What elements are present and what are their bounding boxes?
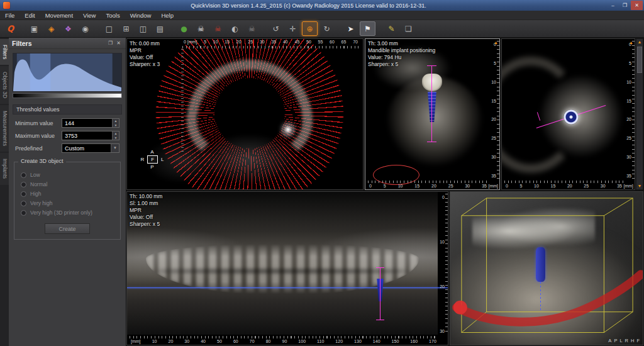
ruler-label: 45	[294, 40, 299, 48]
minimum-value-input[interactable]	[62, 118, 119, 128]
overlay-line: Mandible implant positioning	[368, 47, 435, 54]
palette-button[interactable]: ❖	[60, 21, 76, 36]
menu-item[interactable]: Edit	[19, 11, 40, 20]
ruler-label: 60	[233, 339, 238, 343]
implant-ring-graphic	[564, 109, 579, 125]
ruler-label: 35	[617, 184, 622, 188]
minimum-value-stepper[interactable]: ▲ ▼	[112, 119, 119, 127]
maximize-button[interactable]: ❐	[619, 1, 631, 10]
tool-icon: ⊕	[306, 25, 313, 33]
contrast-button[interactable]: ◐	[227, 21, 243, 36]
orientation-letters: APLRHF	[608, 338, 640, 343]
quality-option-label: Very high (3D printer only)	[30, 209, 92, 216]
tab-measurements[interactable]: Measurements	[0, 105, 9, 152]
soft-tissue-3d-button[interactable]: ●	[176, 21, 192, 36]
patient-export-button[interactable]: ▣	[26, 21, 42, 36]
layout-panoramic-button[interactable]: ▤	[152, 21, 168, 36]
scroll-up-icon[interactable]: ▲	[629, 40, 633, 45]
ruler-label: 70	[353, 40, 358, 48]
ruler-label: 70	[250, 339, 255, 343]
axis-tick	[427, 142, 436, 142]
ruler-label: 10	[152, 339, 157, 343]
tab-implants[interactable]: Implants	[0, 153, 9, 184]
quality-option[interactable]: Very high (3D printer only)	[21, 209, 114, 216]
viewport-3d[interactable]: APLRHF	[450, 191, 643, 345]
tab-filters[interactable]: Filters	[0, 39, 9, 65]
overlay-line: Th: 10.00 mm	[130, 193, 162, 200]
tool-icon: ⚑	[364, 25, 371, 33]
tool-icon: ☠	[248, 25, 255, 33]
menu-item[interactable]: Tools	[101, 11, 125, 20]
rotate-tool-button[interactable]: ↻	[319, 21, 335, 36]
pan-tool-button[interactable]: ✛	[285, 21, 301, 36]
menu-item[interactable]: Window	[125, 11, 157, 20]
ruler-label: 150	[392, 339, 399, 343]
ruler-label: 10	[491, 80, 496, 84]
bone-3d-button[interactable]: ☠	[193, 21, 209, 36]
overlay-line: MPR	[130, 207, 162, 214]
ruler-label: 25	[491, 136, 496, 140]
ruler-label: 20	[626, 117, 631, 121]
viewport-panoramic[interactable]: Th: 10.00 mmSl: 1.00 mmMPRValue: OffShar…	[126, 191, 448, 345]
owandy-logo-button[interactable]: Q	[3, 21, 18, 36]
quality-option[interactable]: High	[21, 191, 114, 197]
measure-button[interactable]: ✎	[384, 21, 399, 36]
orientation-anterior: A	[150, 149, 153, 155]
menu-item[interactable]: Movement	[40, 11, 78, 20]
scroll-up-icon[interactable]: ▲	[494, 40, 498, 45]
spin-down-icon[interactable]: ▼	[113, 123, 119, 128]
tool-icon: □	[106, 25, 113, 33]
scrollbar-vertical[interactable]: ▲ ▼	[636, 38, 643, 190]
overlay-line: Th: 3.00 mm	[368, 40, 435, 47]
viewport-cross-section[interactable]: Th: 3.00 mmMandible implant positioningV…	[365, 38, 500, 190]
layout-grid-button[interactable]: ⊞	[118, 21, 134, 36]
ruler-label: 90	[282, 339, 287, 343]
scroll-up-icon[interactable]: ▲	[636, 39, 643, 45]
float-panel-icon[interactable]: ❐	[106, 40, 114, 46]
panoramic-image	[127, 192, 438, 335]
quality-option[interactable]: Very high	[21, 200, 114, 206]
create-button[interactable]: Create	[45, 223, 90, 234]
quality-option[interactable]: Low	[21, 172, 114, 178]
predefined-select[interactable]: Custom ▼	[62, 143, 119, 153]
quality-options: Low Normal High Very high Very high (3D …	[19, 172, 115, 216]
preview-button[interactable]: ◉	[77, 21, 93, 36]
chevron-down-icon[interactable]: ▼	[111, 144, 119, 152]
radio-icon	[21, 172, 26, 178]
ruler-label: 5	[204, 40, 206, 48]
slice-indicator-line[interactable]	[127, 287, 448, 288]
viewport-cross-section-2[interactable]: ▲ 05101520253035 [mm] 05101520253035	[501, 38, 635, 190]
menu-item[interactable]: View	[78, 11, 101, 20]
zoom-tool-button[interactable]: ⊕	[302, 21, 318, 36]
ruler-label: 170	[429, 339, 436, 343]
scroll-down-icon[interactable]: ▼	[636, 183, 643, 189]
viewport-axial[interactable]: Th: 0.00 mmMPRValue: OffSharpen: x 3 0 […	[126, 38, 364, 190]
muscle-3d-button[interactable]: ☠	[210, 21, 226, 36]
maximum-value-stepper[interactable]: ▲ ▼	[112, 131, 119, 140]
gray-3d-button[interactable]: ☠	[244, 21, 260, 36]
quality-option[interactable]: Normal	[21, 181, 114, 187]
minimize-button[interactable]: –	[607, 1, 619, 10]
layout-mpr-button[interactable]: ◫	[135, 21, 151, 36]
ruler-label: 15	[414, 184, 419, 188]
menu-item[interactable]: Help	[156, 11, 179, 20]
maximum-value-input[interactable]	[62, 131, 119, 140]
panel-header: Filters ❐ ✕	[9, 38, 126, 49]
ruler-label: 80	[266, 339, 271, 343]
layout-single-button[interactable]: □	[101, 21, 117, 36]
scrollbar-thumb[interactable]	[637, 47, 642, 73]
pointer-tool-button[interactable]: ➤	[343, 21, 358, 36]
import-volume-button[interactable]: ◈	[43, 21, 59, 36]
histogram[interactable]	[13, 53, 122, 92]
ruler-label: 120	[335, 339, 343, 343]
ruler-label: 40	[201, 339, 206, 343]
menu-item[interactable]: File	[0, 11, 19, 20]
tab-objects-3d[interactable]: Objects 3D	[0, 66, 9, 104]
ruler-label: 40	[283, 40, 288, 48]
close-panel-icon[interactable]: ✕	[114, 40, 123, 46]
undo-button[interactable]: ↺	[268, 21, 284, 36]
window-layout-button[interactable]: ❏	[401, 21, 416, 36]
close-button[interactable]: ✕	[631, 1, 643, 10]
flag-tool-button[interactable]: ⚑	[360, 21, 375, 36]
spin-down-icon[interactable]: ▼	[113, 136, 119, 140]
